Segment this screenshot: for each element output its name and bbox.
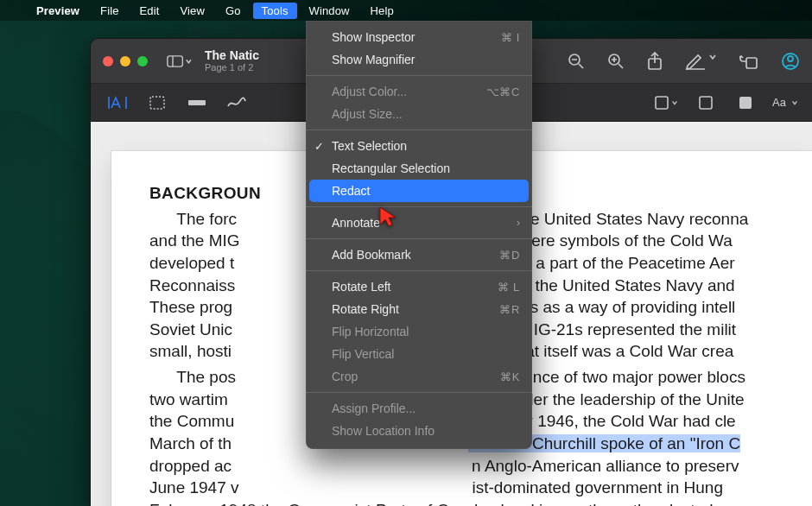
chevron-right-icon: › xyxy=(517,217,520,229)
close-button[interactable] xyxy=(103,56,113,66)
menu-item-flip-vertical: Flip Vertical xyxy=(306,343,532,365)
sidebar-toggle-button[interactable] xyxy=(167,49,193,73)
markup-icon[interactable] xyxy=(685,53,717,70)
shape-style-button[interactable] xyxy=(653,92,679,114)
font-button[interactable]: Aa xyxy=(772,96,798,109)
rotate-icon[interactable] xyxy=(739,53,758,70)
svg-rect-20 xyxy=(656,97,668,109)
font-label: Aa xyxy=(772,96,786,109)
menu-item-assign-profile: Assign Profile... xyxy=(306,397,532,420)
menu-item-redact[interactable]: Redact xyxy=(309,180,529,202)
svg-rect-0 xyxy=(168,55,183,66)
tools-menu: Show Inspector⌘ I Show Magnifier Adjust … xyxy=(306,21,532,449)
border-color-button[interactable] xyxy=(693,92,719,114)
window-controls xyxy=(103,56,148,66)
page-indicator: Page 1 of 2 xyxy=(205,62,259,73)
search-icon[interactable] xyxy=(781,52,800,71)
svg-rect-21 xyxy=(700,97,712,109)
fill-color-button[interactable] xyxy=(733,92,758,114)
menubar-item-help[interactable]: Help xyxy=(362,3,403,19)
menu-item-flip-horizontal: Flip Horizontal xyxy=(306,320,532,343)
zoom-in-icon[interactable] xyxy=(607,53,625,70)
menubar-item-file[interactable]: File xyxy=(92,3,127,19)
menu-item-text-selection[interactable]: ✓ Text Selection xyxy=(306,135,532,157)
menu-item-annotate[interactable]: Annotate› xyxy=(306,212,532,234)
menu-item-show-inspector[interactable]: Show Inspector⌘ I xyxy=(306,26,532,48)
svg-rect-12 xyxy=(746,58,757,68)
sketch-tool[interactable] xyxy=(224,92,250,114)
menubar-item-window[interactable]: Window xyxy=(301,3,358,19)
zoom-out-icon[interactable] xyxy=(568,53,585,70)
svg-line-6 xyxy=(619,64,623,68)
svg-rect-22 xyxy=(739,97,752,109)
menubar-item-go[interactable]: Go xyxy=(217,3,250,19)
menu-item-adjust-color: Adjust Color...⌥⌘C xyxy=(306,80,532,103)
menu-item-rotate-right[interactable]: Rotate Right⌘R xyxy=(306,298,532,320)
menu-item-rectangular-selection[interactable]: Rectangular Selection xyxy=(306,157,532,180)
menubar-item-tools[interactable]: Tools xyxy=(253,3,297,19)
menubar-item-edit[interactable]: Edit xyxy=(131,3,168,19)
document-title: The Natic xyxy=(205,48,259,62)
rect-select-tool[interactable] xyxy=(144,92,170,114)
menubar-item-preview[interactable]: Preview xyxy=(28,3,88,19)
check-icon: ✓ xyxy=(314,140,324,153)
menubar-item-view[interactable]: View xyxy=(171,3,213,19)
fullscreen-button[interactable] xyxy=(137,56,148,66)
menu-item-show-magnifier[interactable]: Show Magnifier xyxy=(306,48,532,71)
text-select-tool[interactable] xyxy=(105,92,130,114)
redact-tool[interactable] xyxy=(184,92,210,114)
svg-point-14 xyxy=(788,56,793,61)
menu-item-crop: Crop⌘K xyxy=(306,365,532,388)
menu-item-show-location-info: Show Location Info xyxy=(306,420,532,442)
minimize-button[interactable] xyxy=(120,56,130,66)
menu-item-rotate-left[interactable]: Rotate Left⌘ L xyxy=(306,275,532,298)
svg-rect-19 xyxy=(188,100,206,105)
share-icon[interactable] xyxy=(647,52,663,71)
menu-item-adjust-size: Adjust Size... xyxy=(306,103,532,125)
svg-line-3 xyxy=(579,64,583,68)
menubar: Preview File Edit View Go Tools Window H… xyxy=(0,0,812,21)
menu-item-add-bookmark[interactable]: Add Bookmark⌘D xyxy=(306,244,532,266)
svg-rect-18 xyxy=(150,97,164,109)
